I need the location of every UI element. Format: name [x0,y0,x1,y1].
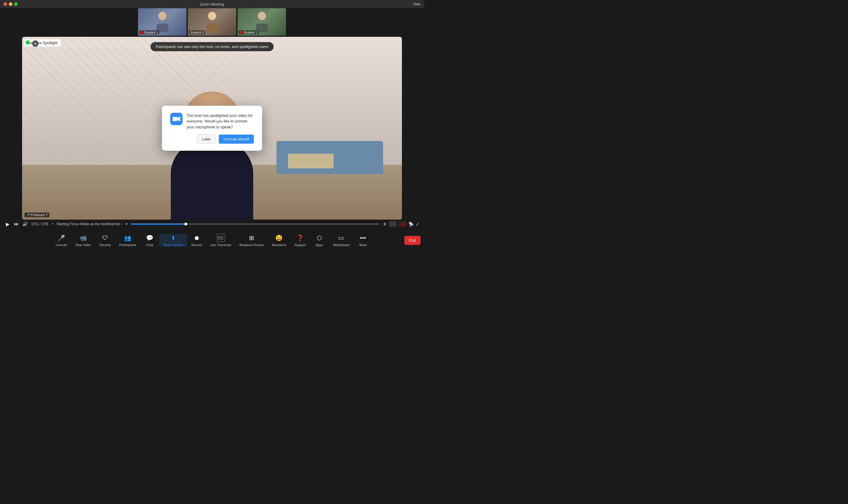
view-button[interactable]: View [413,2,420,6]
toolbar: 🎤 Unmute 📹 Stop Video 🛡 Security 👥 Parti… [0,229,424,252]
share-screen-icon: ⬆ [169,234,177,242]
share-screen-label: Share Screen [163,243,183,247]
thumbnail-student2[interactable]: Student 2 [238,8,286,36]
participants-icon: 👥 [124,234,132,242]
toolbar-unmute[interactable]: 🎤 Unmute [52,234,71,247]
student1-label: Student 1 [139,30,159,34]
minimize-button[interactable] [9,2,12,6]
end-button[interactable]: End [404,236,420,245]
dialog-content: The host has spotlighted your video for … [170,113,254,130]
breakout-rooms-icon: ⊞ [247,234,256,242]
apps-label: Apps [315,243,323,247]
dialog-buttons: Later Unmute Myself [170,134,254,144]
more-icon: ••• [359,234,367,242]
toolbar-share-screen[interactable]: ⬆ Share Screen [159,234,187,247]
student2-video [254,12,269,32]
apps-icon: ⬡ [315,234,324,242]
toolbar-record[interactable]: ⏺ Record [187,234,206,247]
maximize-button[interactable] [14,2,18,6]
caption-text[interactable]: Starting Focus Mode as the host/teacher … [56,222,122,226]
title-bar: Zoom Meeting View [0,0,424,8]
more-label: More [359,243,366,247]
unmute-myself-button[interactable]: Unmute Myself [219,134,254,144]
progress-track[interactable] [131,223,379,224]
student2-label: Student 2 [239,30,259,34]
chat-icon: 💬 [145,234,154,242]
dropdown-arrow[interactable]: ▾ [126,222,127,226]
mic-muted-icon2 [240,31,243,34]
hd-badge: HD [399,222,406,227]
toolbar-support[interactable]: ❓ Support [290,234,310,247]
fullscreen-icon[interactable]: ⤢ [416,222,419,227]
toolbar-more[interactable]: ••• More [354,234,373,247]
window-title: Zoom Meeting [200,2,224,6]
unmute-icon: 🎤 [57,234,65,242]
chat-label: Chat [146,243,153,247]
toolbar-breakout-rooms[interactable]: ⊞ Breakout Rooms [235,234,268,247]
security-icon: 🛡 [101,234,109,242]
play-button[interactable]: ▶ [5,221,11,227]
thumbnail-student3[interactable]: Student 3 [188,8,236,36]
whiteboard-icon: ▭ [337,234,345,242]
caption-toggle-icon[interactable]: CC [389,221,397,227]
progress-fill [131,223,185,224]
student3-video [205,12,219,32]
student1-video [155,12,169,32]
thumbnail-student1[interactable]: Student 1 [138,8,187,36]
traffic-lights [3,2,18,6]
progress-bar-area: ▶ ⏭ 🔊 0:51 / 3:55 • Starting Focus Mode … [0,220,424,229]
mic-muted-icon [141,31,143,34]
toolbar-right: End [404,236,424,245]
whiteboard-label: Whiteboard [333,243,349,247]
live-transcript-icon: CC [217,234,225,242]
play-controls: ▶ ⏭ 🔊 [5,221,28,227]
thumbnails-row: Student 1 Student 3 Student 2 [138,8,286,36]
separator: • [52,222,53,226]
toolbar-live-transcript[interactable]: CC Live Transcript [206,234,236,247]
zoom-logo-icon [170,113,183,125]
toolbar-security[interactable]: 🛡 Security [95,234,115,247]
reactions-icon: 😀 [275,234,283,242]
security-label: Security [99,243,111,247]
dialog-message: The host has spotlighted your video for … [187,113,254,130]
unmute-label: Unmute [56,243,67,247]
spotlight-dialog: The host has spotlighted your video for … [162,106,262,151]
cast-icon[interactable]: 📡 [409,222,413,227]
later-button[interactable]: Later [197,134,216,144]
reactions-label: Reactions [272,243,286,247]
toolbar-chat[interactable]: 💬 Chat [140,234,159,247]
close-button[interactable] [3,2,7,6]
toolbar-whiteboard[interactable]: ▭ Whiteboard [329,234,354,247]
pause-icon[interactable]: ⏸ [383,222,387,227]
stop-video-label: Stop Video [75,243,91,247]
toolbar-apps[interactable]: ⬡ Apps [310,234,329,247]
main-video: ⚙ Remove Spotlight Participants can see … [22,37,402,220]
student3-label: Student 3 [189,30,205,34]
expand-controls: ⏸ CC HD 📡 ⤢ [383,221,419,227]
participants-label: Participants [119,243,136,247]
svg-rect-0 [173,117,177,121]
progress-handle[interactable] [184,222,187,226]
breakout-rooms-label: Breakout Rooms [239,243,264,247]
record-icon: ⏺ [193,234,201,242]
svg-marker-1 [177,116,180,122]
support-label: Support [294,243,306,247]
toolbar-participants[interactable]: 👥 Participants [115,234,140,247]
skip-button[interactable]: ⏭ [13,221,20,227]
toolbar-reactions[interactable]: 😀 Reactions [268,234,290,247]
record-label: Record [192,243,202,247]
toolbar-stop-video[interactable]: 📹 Stop Video [71,234,95,247]
support-icon: ❓ [296,234,304,242]
video-icon: 📹 [79,234,87,242]
live-transcript-label: Live Transcript [210,243,231,247]
volume-icon[interactable]: 🔊 [22,221,28,227]
time-display: 0:51 / 3:55 [32,222,48,226]
dialog-overlay: The host has spotlighted your video for … [22,37,402,220]
